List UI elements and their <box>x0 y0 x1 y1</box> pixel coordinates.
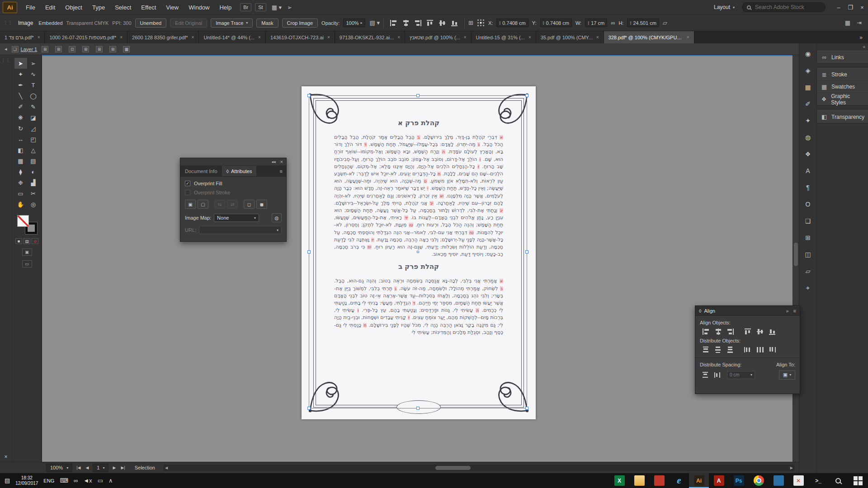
navigator-panel-icon[interactable]: ⌖ <box>800 282 816 294</box>
eyedropper-tool[interactable]: ⧫ <box>14 166 27 177</box>
menu-type[interactable]: Type <box>87 0 110 15</box>
blend-tool[interactable]: ◐ <box>27 166 40 177</box>
opentype-panel-icon[interactable]: O <box>800 198 816 210</box>
menu-help[interactable]: Help <box>214 0 236 15</box>
paintbrush-tool[interactable]: ✐ <box>14 101 27 112</box>
scroll-right-icon[interactable]: ▶ <box>790 465 793 470</box>
selection-bounding-box[interactable] <box>309 95 527 408</box>
align-top-button[interactable] <box>424 18 436 28</box>
y-field[interactable]: ▴▾0.7408 cm <box>540 19 572 27</box>
keyboard-icon[interactable]: ⌨ <box>60 477 68 484</box>
width-field[interactable]: ▴▾17 cm <box>585 19 607 27</box>
panel-menu-icon[interactable]: ≡ <box>793 308 796 314</box>
draw-mode-button[interactable]: ▣ <box>22 249 32 256</box>
align-vcenter-button[interactable] <box>754 326 766 337</box>
taskbar-photoshop[interactable]: Ps <box>729 473 749 488</box>
menu-file[interactable]: File <box>21 0 40 15</box>
tab-close-icon[interactable]: × <box>687 35 689 40</box>
dist-vtop-button[interactable] <box>700 344 712 355</box>
artboards-panel-icon[interactable]: ⊞ <box>800 232 816 244</box>
align-hcenter-button[interactable] <box>712 326 724 337</box>
expand-panel-icon[interactable]: » <box>786 308 788 314</box>
tab-overflow-icon[interactable]: » <box>854 31 868 43</box>
menu-select[interactable]: Select <box>110 0 136 15</box>
dist-hcenter-button[interactable] <box>754 344 766 355</box>
shape-builder-tool[interactable]: ◧ <box>14 145 27 155</box>
document-tab[interactable]: Untitled-14* @ 44% (... × <box>199 31 266 43</box>
dist-hright-button[interactable] <box>766 344 778 355</box>
horizontal-scrollbar-thumb[interactable] <box>435 466 471 470</box>
align-left-button[interactable] <box>387 18 400 28</box>
stock-button[interactable]: St <box>255 3 266 11</box>
direct-selection-tool[interactable]: ➢ <box>27 58 40 69</box>
document-tab[interactable]: 143619-OTJXCH-723.ai × <box>266 31 335 43</box>
document-tab[interactable]: גרם צד 1.pdf* × <box>0 31 45 43</box>
align-bottom-button[interactable] <box>448 18 461 28</box>
unembed-button[interactable]: Unembed <box>135 19 167 28</box>
taskbar-clock[interactable]: 18:32 12/09/2017 <box>15 475 38 486</box>
dist-vbottom-button[interactable] <box>724 344 736 355</box>
bridge-button[interactable]: Br <box>240 3 251 11</box>
show-center-icon[interactable]: ▣ <box>185 200 196 209</box>
align-right-button[interactable] <box>412 18 424 28</box>
distribute-dropdown-icon[interactable]: ⊞ <box>468 19 473 26</box>
align-bottom-button[interactable] <box>766 326 778 337</box>
show-hidden-icons-chevron[interactable]: ∧ <box>108 477 113 484</box>
document-tab[interactable]: 35.pdf @ 100% (CMY... × <box>536 31 604 43</box>
image-trace-button[interactable]: Image Trace▾ <box>211 19 253 28</box>
line-segment-tool[interactable]: ╲ <box>14 90 27 101</box>
hand-tool[interactable]: ✋ <box>14 199 27 210</box>
character-panel-icon[interactable]: A <box>800 165 816 177</box>
menu-window[interactable]: Window <box>184 0 214 15</box>
breadcrumb-item[interactable]: ⊡ <box>69 46 78 52</box>
first-artboard-icon[interactable]: |◀ <box>75 465 81 470</box>
breadcrumb-item[interactable]: ▦ <box>123 46 132 52</box>
taskbar-cmd[interactable]: >_ <box>808 473 828 488</box>
document-tab[interactable]: 97138-OKSKZL-932.ai... × <box>335 31 405 43</box>
style-dropdown-icon[interactable]: ▤ ▾ <box>370 19 380 26</box>
zoom-level-field[interactable]: 100%▾ <box>46 464 72 472</box>
artboard-tool[interactable]: ▭ <box>14 188 27 199</box>
lasso-tool[interactable]: ∿ <box>27 69 40 80</box>
tab-close-icon[interactable]: × <box>327 35 330 40</box>
collapse-panel-icon[interactable]: ◂◂ <box>272 160 276 164</box>
canvas[interactable]: קהלת פרק אא דִּבְרֵי קֹהֶלֶת בֶּן-דָּוִד… <box>42 55 799 462</box>
fill-swatch[interactable] <box>17 215 29 227</box>
selection-handle[interactable] <box>307 250 311 253</box>
selection-handle[interactable] <box>525 407 528 410</box>
breadcrumb-item[interactable]: ⊞ <box>42 46 51 52</box>
overprint-fill-checkbox[interactable]: ✓ <box>185 181 190 186</box>
symbols-panel-icon[interactable]: ✦ <box>800 115 816 127</box>
vertical-scrollbar-thumb[interactable] <box>794 243 798 266</box>
stock-search[interactable] <box>742 2 826 12</box>
dist-vcenter-button[interactable] <box>712 344 724 355</box>
next-artboard-icon[interactable]: ▶ <box>112 465 117 470</box>
gradient-button[interactable]: ▤ <box>24 238 30 244</box>
document-tab[interactable]: 1000 26-07-2015 מעטפות.pdf* × <box>45 31 127 43</box>
dist-hleft-button[interactable] <box>742 344 754 355</box>
display-icon[interactable]: ▭ <box>98 477 103 484</box>
free-transform-tool[interactable]: ◰ <box>27 134 40 145</box>
layers-panel-icon[interactable]: ❏ <box>800 215 816 227</box>
none-button[interactable]: ⊘ <box>32 238 38 244</box>
zoom-tool[interactable]: ◎ <box>27 199 40 210</box>
align-left-button[interactable] <box>700 326 712 337</box>
taskbar-red-app[interactable] <box>649 473 669 488</box>
taskbar-illustrator[interactable]: Ai <box>689 473 709 488</box>
dock-settings-icon[interactable]: ▦ <box>845 19 850 26</box>
tab-attributes[interactable]: ◊Attributes <box>222 166 257 176</box>
search-input[interactable] <box>754 4 817 11</box>
selection-handle[interactable] <box>525 250 528 253</box>
tab-close-icon[interactable]: × <box>464 35 467 40</box>
dock-grip[interactable]: ⋮⋮ <box>0 58 12 62</box>
perspective-grid-tool[interactable]: △ <box>27 145 40 155</box>
workspace-switcher[interactable]: Layout▾ <box>714 4 735 10</box>
app-logo[interactable]: Ai <box>3 2 17 13</box>
close-panel-icon[interactable]: × <box>280 159 283 164</box>
color-button[interactable]: ■ <box>15 238 22 244</box>
dock-transparency-panel[interactable]: ◧ Transparency <box>817 111 868 123</box>
swatches-panel-icon[interactable]: ▦ <box>800 81 816 93</box>
dock-swatches-panel[interactable]: ▦ Swatches <box>817 81 868 93</box>
tray-app-icon[interactable]: ▤ <box>5 477 10 484</box>
dock-toggle-icon[interactable]: ⇥ <box>857 19 862 26</box>
